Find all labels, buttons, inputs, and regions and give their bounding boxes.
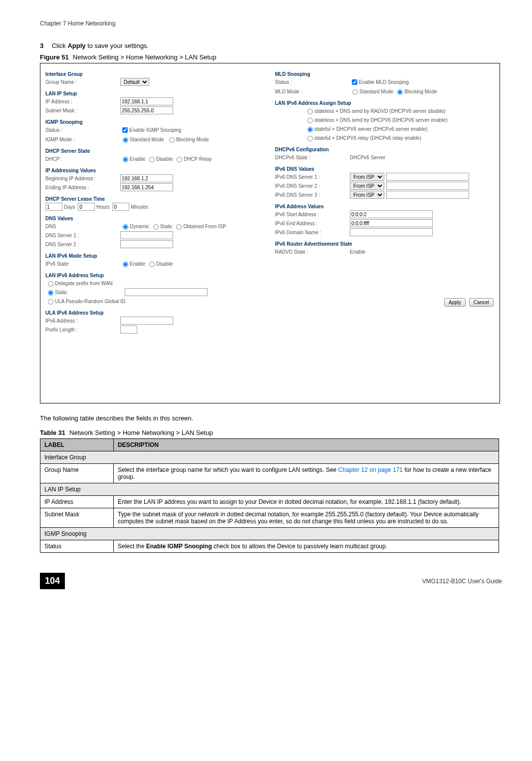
igmp-mode-standard-radio[interactable]	[123, 137, 128, 143]
ipv6-state-label: IPv6 State:	[45, 261, 120, 267]
table-row: Type the subnet mask of your network in …	[114, 508, 499, 528]
mld-mode-label: MLD Mode :	[275, 89, 350, 94]
dns-server1-input[interactable]	[120, 231, 173, 239]
dhcp-disable-radio[interactable]	[149, 157, 155, 162]
intro-text: The following table describes the fields…	[40, 414, 502, 422]
assign-opt2-radio[interactable]	[307, 118, 313, 123]
dhcp-relay-radio[interactable]	[177, 157, 182, 162]
table-row: IGMP Snooping	[40, 528, 499, 540]
assign-opt4-text: stateful + DHCPV6 relay (DHCPv6 relay en…	[314, 135, 421, 141]
lease-min-input[interactable]	[112, 203, 129, 211]
ipv6-delegate-text: Delegate prefix from WAN	[55, 281, 113, 286]
page-footer: 104 VMG1312-B10C User's Guide	[40, 573, 502, 589]
dns-dynamic-text: Dynamic	[130, 224, 149, 229]
dhcp-state-heading: DHCP Server State	[45, 148, 265, 154]
ipv6-dns-heading: IPv6 DNS Values	[275, 166, 495, 172]
igmp-mode-blocking-radio[interactable]	[169, 137, 175, 143]
ula-prefix-input[interactable]	[120, 326, 137, 334]
ipv6-dns1-select[interactable]: From ISP	[350, 173, 384, 181]
dhcpv6-state-label: DHCPv6 State :	[275, 155, 350, 160]
ipv6-start-label: IPv6 Start Address :	[275, 212, 350, 217]
table-row: Group Name	[40, 464, 114, 483]
begin-ip-input[interactable]	[120, 174, 173, 182]
step-number: 3	[40, 42, 50, 49]
ipv6-dns3-label: IPv6 DNS Server 3 :	[275, 192, 350, 198]
step-text-after: to save your settings.	[86, 42, 149, 49]
ipv6-static-radio[interactable]	[48, 290, 53, 296]
ip-address-label: IP Address :	[45, 99, 120, 104]
table-title: Network Setting > Home Networking > LAN …	[69, 429, 213, 436]
ipv6-dns3-select[interactable]: From ISP	[350, 191, 384, 199]
mld-enable-checkbox[interactable]	[352, 79, 357, 85]
dns-server1-label: DNS Server 1 :	[45, 233, 120, 238]
lan-setup-screenshot: Interface Group Group Name : Default LAN…	[40, 63, 500, 403]
ipv6-end-input[interactable]	[350, 219, 433, 227]
ipv6-ula-text: ULA Pseudo-Random Global ID	[55, 299, 125, 304]
group-name-select[interactable]: Default	[120, 78, 149, 86]
lease-days-input[interactable]	[45, 203, 62, 211]
assign-opt1-text: stateless + DNS send by RADVD (DHCPV6 se…	[314, 108, 446, 114]
table-row: Interface Group	[40, 451, 499, 464]
ipv6-dns3-input[interactable]	[386, 191, 469, 199]
cancel-button[interactable]: Cancel	[469, 298, 494, 307]
mld-mode-standard-text: Standard Mode	[359, 89, 393, 94]
group-name-label: Group Name :	[45, 79, 120, 85]
ula-addr-input[interactable]	[120, 317, 173, 325]
apply-button[interactable]: Apply	[444, 298, 466, 307]
ipv6-ula-radio[interactable]	[48, 299, 53, 305]
ipv6-enable-radio[interactable]	[123, 262, 128, 267]
ipv6-domain-input[interactable]	[350, 228, 433, 236]
table-caption: Table 31Network Setting > Home Networkin…	[40, 429, 502, 436]
dns-dynamic-radio[interactable]	[123, 224, 128, 230]
dhcp-relay-text: DHCP Relay	[184, 156, 212, 162]
page-number: 104	[40, 573, 65, 589]
dns-isp-radio[interactable]	[176, 224, 182, 230]
end-ip-input[interactable]	[120, 183, 173, 191]
igmp-snooping-heading: IGMP Snooping	[45, 119, 265, 125]
chapter-link[interactable]: Chapter 12 on page 171	[338, 466, 403, 473]
dhcp-enable-radio[interactable]	[123, 157, 128, 162]
ipv6-addr-setup-heading: LAN IPv6 Address Setup	[45, 273, 265, 278]
ipv6-dns1-input[interactable]	[386, 173, 469, 181]
ipv6-dns2-label: IPv6 DNS Server 2 :	[275, 183, 350, 189]
igmp-mode-standard-text: Standard Mode	[130, 137, 164, 142]
step-line: 3 Click Apply to save your settings.	[40, 42, 502, 49]
assign-opt1-radio[interactable]	[307, 109, 313, 114]
lease-time-heading: DHCP Server Lease Time	[45, 196, 265, 202]
ipv6-static-text: Static	[55, 290, 125, 295]
subnet-mask-input[interactable]	[120, 106, 173, 114]
igmp-enable-checkbox[interactable]	[122, 127, 128, 133]
dhcpv6-state-value: DHCPv6 Server	[350, 155, 385, 160]
dhcp-disable-text: Disable	[156, 156, 173, 162]
lease-hours-label: Hours	[96, 204, 110, 210]
mld-mode-standard-radio[interactable]	[352, 89, 358, 95]
lease-days-label: Days	[64, 204, 75, 210]
dns-server2-input[interactable]	[120, 240, 173, 248]
mld-snooping-heading: MLD Snooping	[275, 71, 495, 77]
ipv6-domain-label: IPv6 Domain Name :	[275, 230, 350, 235]
lease-min-label: Minutes	[131, 204, 148, 210]
radvd-label: RADVD State :	[275, 249, 350, 255]
mld-enable-text: Enable MLD Snooping	[359, 79, 409, 85]
lan-ip-setup-heading: LAN IP Setup	[45, 91, 265, 96]
assign-opt3-radio[interactable]	[307, 127, 313, 132]
ipv6-delegate-radio[interactable]	[48, 281, 53, 287]
dns-values-heading: DNS Values	[45, 216, 265, 221]
lease-hours-input[interactable]	[78, 203, 95, 211]
dhcpv6-conf-heading: DHCPv6 Configuration	[275, 147, 495, 152]
ipv6-disable-radio[interactable]	[149, 262, 155, 267]
ip-address-input[interactable]	[120, 97, 173, 105]
mld-mode-blocking-radio[interactable]	[397, 89, 403, 95]
ipv6-static-input[interactable]	[125, 288, 208, 296]
assign-opt2-text: stateless + DNS send by DHCPV6 (DHCPV6 s…	[314, 117, 448, 123]
igmp-mode-label: IGMP Mode :	[45, 137, 120, 142]
ula-heading: ULA IPv6 Address Setup	[45, 310, 265, 316]
ipv6-start-input[interactable]	[350, 210, 433, 218]
ipv6-dns2-input[interactable]	[386, 182, 469, 190]
ipv6-dns2-select[interactable]: From ISP	[350, 182, 384, 190]
dns-static-radio[interactable]	[153, 224, 159, 230]
assign-opt4-radio[interactable]	[307, 136, 313, 141]
radvd-value: Enable	[350, 249, 365, 255]
dns-label: DNS	[45, 224, 120, 229]
ipv6-disable-text: Disable	[156, 261, 173, 267]
